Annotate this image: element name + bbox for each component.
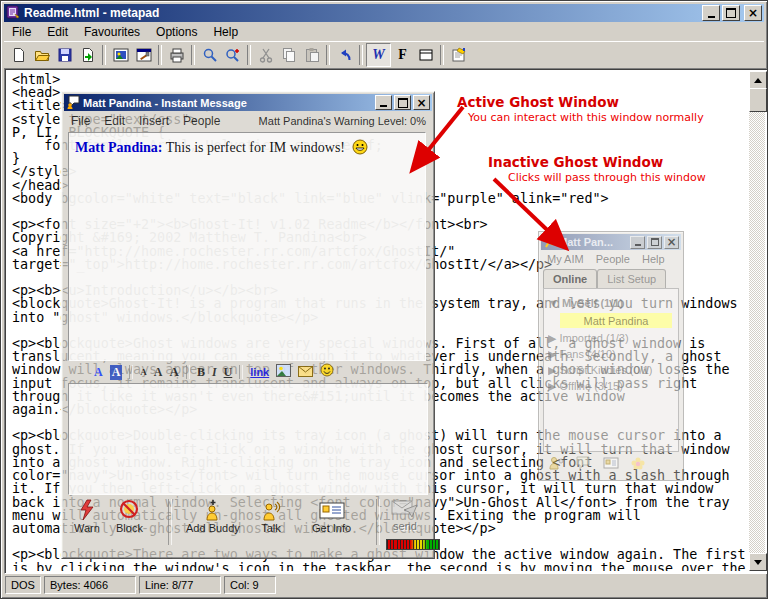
send-button[interactable]: send [390,495,420,532]
cut-button[interactable] [254,44,277,66]
settings-button[interactable] [447,44,470,66]
im-menu-people[interactable]: People [176,113,227,129]
new-file-button[interactable] [7,44,30,66]
print-button[interactable] [165,44,188,66]
aim-running-man-icon [543,235,555,250]
buddy-window-title: Matt Pan... [558,236,630,248]
buddy-group-script-kiddies[interactable]: ▶ Script Kiddies (0/1) [548,363,674,378]
block-icon [118,499,140,521]
buddy-selected-matt-pandina[interactable]: Matt Pandina [560,313,672,328]
italic-button[interactable]: I [212,365,217,380]
insert-mail-button[interactable] [298,363,313,381]
status-col: Col: 9 [224,576,276,594]
tab-list-setup[interactable]: List Setup [597,269,666,288]
buddy-group-myself[interactable]: ▼ MySelf (1/1) [548,295,674,310]
format-toolbar: A A A A A B I U link [68,363,426,381]
scrollbar-thumb[interactable] [749,88,767,112]
im-menu-insert[interactable]: Insert [132,113,176,129]
im-menu-file[interactable]: File [64,113,97,129]
maximize-button[interactable] [722,5,740,21]
buddy-list[interactable]: ▼ MySelf (1/1) Matt Pandina ▶ Imported (… [543,288,679,452]
im-minimize-button[interactable] [375,95,392,110]
buddy-title-bar[interactable]: Matt Pan... × [541,234,681,250]
menu-file[interactable]: File [4,23,39,41]
font-color-button[interactable]: A [94,365,103,380]
menu-help[interactable]: Help [205,23,246,41]
toolbar: W F [4,41,764,68]
instant-message-window[interactable]: Matt Pandina - Instant Message × File Ed… [61,91,435,559]
im-close-button[interactable]: × [413,95,430,110]
revert-file-button[interactable] [76,44,99,66]
title-bar[interactable]: Readme.html - metapad × [4,4,764,22]
format-separator [186,365,190,379]
insert-image-button[interactable] [276,363,291,381]
paste-button[interactable] [300,44,323,66]
bold-button[interactable]: B [197,365,205,380]
buddy-menu-my-aim[interactable]: My AIM [541,252,590,266]
im-person-icon[interactable] [549,456,565,474]
buddy-group-offline[interactable]: ▶ Offline (3/15) [548,379,674,394]
buddy-menu-help[interactable]: Help [636,252,671,266]
active-ghost-annotation: Active Ghost Window You can interact wit… [457,94,704,124]
menu-bar: File Edit Favourites Options Help [4,23,764,41]
im-title-bar[interactable]: Matt Pandina - Instant Message × [64,94,432,111]
word-wrap-toggle[interactable]: W [366,43,391,67]
im-bar-separator [168,499,172,545]
buddy-list-window[interactable]: Matt Pan... × My AIM People Help Online … [538,231,684,481]
get-info-button[interactable]: Get Info [312,499,351,534]
message-input[interactable] [68,383,428,495]
buddy-close-button[interactable]: × [664,236,679,249]
find-next-button[interactable] [221,44,244,66]
warn-button[interactable]: Warn [74,499,100,534]
add-buddy-button[interactable]: Add Buddy [186,499,240,534]
lightning-icon [77,499,97,521]
font-larger-button[interactable]: A [170,364,179,380]
send-meter [386,539,440,550]
insert-smiley-button[interactable] [320,363,334,381]
im-menu-edit[interactable]: Edit [97,113,132,129]
status-format: DOS [5,576,41,594]
save-button[interactable] [53,44,76,66]
buddy-group-imported[interactable]: ▶ Imported (1/3) [548,331,674,346]
block-button[interactable]: Block [116,499,143,534]
buddy-menu-people[interactable]: People [590,252,636,266]
close-button[interactable]: × [744,5,762,21]
copy-button[interactable] [277,44,300,66]
buddy-maximize-button[interactable] [647,236,662,249]
undo-button[interactable] [333,44,356,66]
primary-viewer-button[interactable] [109,44,132,66]
buddy-minimize-button[interactable] [630,236,645,249]
scroll-down-button[interactable] [749,553,767,571]
menu-edit[interactable]: Edit [39,23,76,41]
minimize-button[interactable] [702,5,720,21]
toolbar-separator [359,45,363,65]
vertical-scrollbar[interactable] [749,71,765,571]
setup-flower-icon[interactable] [630,456,646,475]
tab-online[interactable]: Online [543,269,597,288]
info-card-icon[interactable] [603,456,619,474]
menu-favourites[interactable]: Favourites [76,23,148,41]
toolbar-separator [102,45,106,65]
always-on-top-button[interactable] [414,44,437,66]
secondary-viewer-button[interactable] [132,44,155,66]
buddy-group-fans[interactable]: ▶ Fans (4/10) [548,347,674,362]
grin-smiley-icon [352,139,368,159]
open-file-button[interactable] [30,44,53,66]
font-smaller-button[interactable]: A [140,367,147,377]
menu-options[interactable]: Options [148,23,205,41]
underline-button[interactable]: U [224,365,233,380]
scroll-up-button[interactable] [749,71,767,89]
talk-button[interactable]: Talk [260,499,282,534]
chat-icon[interactable] [576,456,592,474]
warning-level: Matt Pandina's Warning Level: 0% [259,115,432,127]
toolbar-separator [191,45,195,65]
font-normal-button[interactable]: A [154,365,163,380]
im-maximize-button[interactable] [394,95,411,110]
info-card-icon [319,499,345,521]
link-button[interactable]: link [250,366,269,378]
im-button-bar: Warn Block Add Buddy Talk Get Info [64,495,432,552]
find-button[interactable] [198,44,221,66]
message-history[interactable]: Matt Pandina: This is perfect for IM win… [68,132,426,361]
font-toggle[interactable]: F [391,44,414,66]
background-color-button[interactable]: A [110,365,123,380]
